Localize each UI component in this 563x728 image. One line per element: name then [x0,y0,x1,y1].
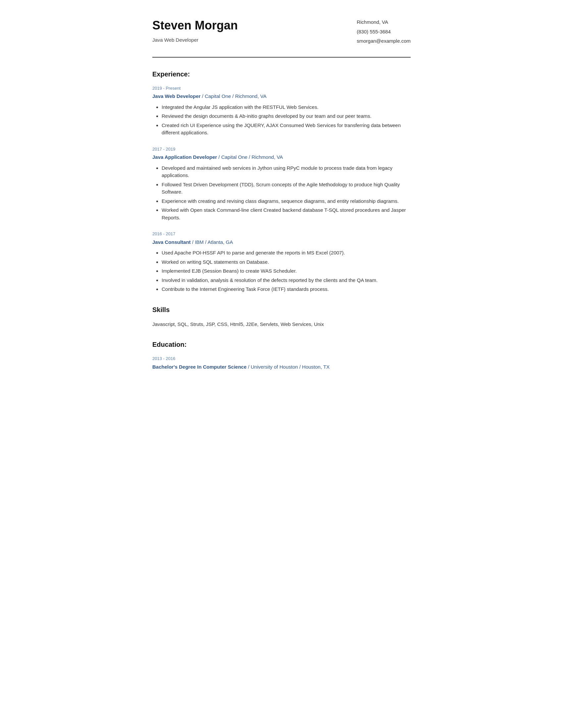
resume-page: Steven Morgan Java Web Developer Richmon… [132,0,431,728]
list-item: Implemented EJB (Session Beans) to creat… [162,267,411,275]
job-2-title: Java Application Developer [152,154,217,160]
edu-1-title-line: Bachelor's Degree In Computer Science / … [152,363,411,371]
edu-1-location: Houston, TX [302,364,330,370]
edu-1-date: 2013 - 2016 [152,355,411,362]
job-1-loc-sep: / [232,93,235,99]
experience-title: Experience: [152,69,411,79]
job-1-title: Java Web Developer [152,93,201,99]
header-right: Richmond, VA (830) 555-3684 smorgan@exam… [357,17,411,47]
job-2-bullets: Developed and maintained web services in… [152,164,411,222]
edu-1-degree: Bachelor's Degree In Computer Science [152,364,247,370]
job-2-location: Richmond, VA [252,154,283,160]
list-item: Worked on writing SQL statements on Data… [162,258,411,266]
list-item: Worked with Open stack Command-line clie… [162,206,411,221]
job-2-company: Capital One [221,154,247,160]
header: Steven Morgan Java Web Developer Richmon… [152,17,411,47]
list-item: Integrated the Angular JS application wi… [162,104,411,111]
job-2-loc-sep: / [249,154,251,160]
edu-1-school-sep: / [248,364,251,370]
job-3-date: 2016 - 2017 [152,231,411,237]
edu-1-school: University of Houston [251,364,298,370]
skills-section: Skills Javascript, SQL, Struts, JSP, CSS… [152,305,411,328]
job-1-title-line: Java Web Developer / Capital One / Richm… [152,93,411,100]
education-section: Education: 2013 - 2016 Bachelor's Degree… [152,340,411,371]
candidate-title: Java Web Developer [152,36,357,44]
job-1-company-sep: / [202,93,205,99]
job-3-bullets: Used Apache POI-HSSF API to parse and ge… [152,249,411,293]
edu-block-1: 2013 - 2016 Bachelor's Degree In Compute… [152,355,411,371]
candidate-email: smorgan@example.com [357,37,411,45]
candidate-name: Steven Morgan [152,17,357,34]
list-item: Created rich UI Experience using the JQU… [162,122,411,137]
header-divider [152,57,411,58]
job-1-bullets: Integrated the Angular JS application wi… [152,104,411,137]
list-item: Followed Test Driven Development (TDD), … [162,181,411,196]
skills-title: Skills [152,305,411,315]
list-item: Contribute to the Internet Engineering T… [162,286,411,293]
candidate-phone: (830) 555-3684 [357,28,411,36]
list-item: Used Apache POI-HSSF API to parse and ge… [162,249,411,257]
job-3-loc-sep: / [205,239,208,245]
candidate-location: Richmond, VA [357,19,411,26]
job-2-date: 2017 - 2019 [152,146,411,153]
job-3-title: Java Consultant [152,239,191,245]
list-item: Involved in validation, analysis & resol… [162,277,411,284]
job-1-company: Capital One [205,93,231,99]
list-item: Developed and maintained web services in… [162,164,411,179]
education-title: Education: [152,340,411,349]
header-left: Steven Morgan Java Web Developer [152,17,357,44]
job-block-3: 2016 - 2017 Java Consultant / IBM / Atla… [152,231,411,293]
job-block-2: 2017 - 2019 Java Application Developer /… [152,146,411,222]
job-3-company: IBM [195,239,204,245]
job-2-company-sep: / [218,154,221,160]
experience-section: Experience: 2019 - Present Java Web Deve… [152,69,411,293]
job-3-location: Atlanta, GA [208,239,233,245]
job-1-date: 2019 - Present [152,85,411,92]
list-item: Reviewed the design documents & Ab-initi… [162,113,411,120]
job-2-title-line: Java Application Developer / Capital One… [152,154,411,161]
job-3-title-line: Java Consultant / IBM / Atlanta, GA [152,239,411,246]
job-1-location: Richmond, VA [235,93,266,99]
job-block-1: 2019 - Present Java Web Developer / Capi… [152,85,411,137]
skills-text: Javascript, SQL, Struts, JSP, CSS, Html5… [152,321,411,328]
edu-1-loc-sep: / [300,364,302,370]
list-item: Experience with creating and revising cl… [162,198,411,205]
